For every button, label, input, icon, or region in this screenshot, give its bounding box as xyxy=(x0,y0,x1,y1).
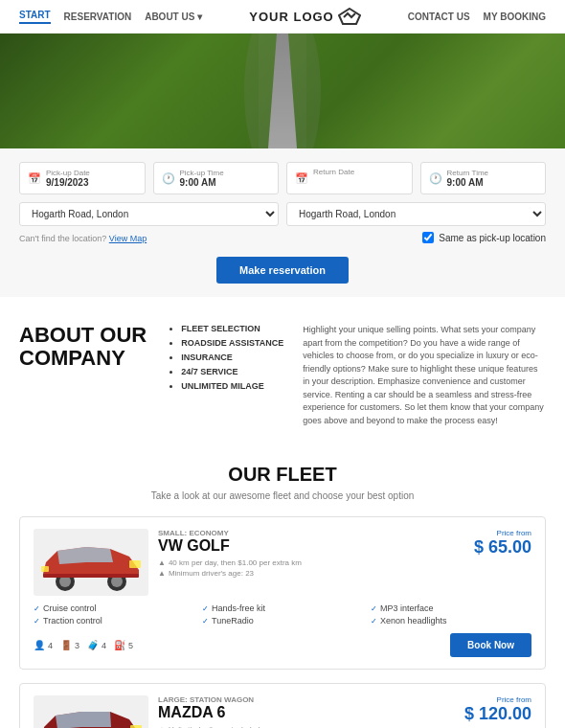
car-category-mazda: LARGE: STATION WAGON xyxy=(158,695,455,704)
book-button-vw[interactable]: Book Now xyxy=(450,633,531,657)
car-features-vw: ✓Cruise control ✓Hands-free kit ✓MP3 int… xyxy=(34,603,531,626)
bag-icon: 🧳 xyxy=(87,640,99,650)
fleet-title: OUR FLEET xyxy=(19,464,546,486)
svg-rect-8 xyxy=(43,574,139,578)
return-time-field[interactable]: 🕐 Return Time 9:00 AM xyxy=(420,162,547,194)
return-date-value xyxy=(313,176,404,189)
car-name-vw: VW GOLF xyxy=(158,537,464,555)
svg-rect-3 xyxy=(259,34,306,148)
nav-links: START RESERVATION ABOUT US ▾ xyxy=(19,10,202,24)
navbar: START RESERVATION ABOUT US ▾ YOUR LOGO C… xyxy=(0,0,565,34)
pickup-time-value: 9:00 AM xyxy=(180,177,271,188)
logo-text: YOUR LOGO xyxy=(249,10,333,24)
car-stats-vw: 👤 4 🚪 3 🧳 4 ⛽ 5 xyxy=(34,640,133,650)
feature-roadside: ROADSIDE ASSISTANCE xyxy=(181,338,283,348)
svg-rect-9 xyxy=(129,560,141,568)
nav-reservation[interactable]: RESERVATION xyxy=(64,11,132,22)
about-title: ABOUT OURCOMPANY xyxy=(19,324,147,370)
feature-insurance: INSURANCE xyxy=(181,353,283,362)
view-map-link[interactable]: View Map xyxy=(109,234,147,243)
dropoff-location-select[interactable]: Hogarth Road, London xyxy=(286,202,546,226)
car-price-vw: Price from $ 65.00 xyxy=(474,529,531,557)
location-row: Hogarth Road, London Hogarth Road, Londo… xyxy=(19,202,546,226)
return-date-label: Return Date xyxy=(313,168,404,176)
door-icon: 🚪 xyxy=(60,640,72,650)
car-card-vw-golf: SMALL: ECONOMY VW GOLF ▲40 km per day, t… xyxy=(19,516,546,670)
svg-rect-10 xyxy=(41,566,49,572)
car-name-mazda: MAZDA 6 xyxy=(158,704,455,721)
nav-links-right: CONTACT US MY BOOKING xyxy=(408,11,546,22)
same-location-checkbox[interactable] xyxy=(422,232,434,243)
nav-contact[interactable]: CONTACT US xyxy=(408,11,470,22)
booking-form: 📅 Pick-up Date 9/19/2023 🕐 Pick-up Time … xyxy=(0,148,565,297)
clock-return-icon: 🕐 xyxy=(429,172,442,185)
pickup-date-field[interactable]: 📅 Pick-up Date 9/19/2023 xyxy=(19,162,146,194)
fuel-icon: ⛽ xyxy=(114,640,125,650)
calendar-return-icon: 📅 xyxy=(295,172,308,185)
logo: YOUR LOGO xyxy=(249,8,360,25)
nav-start[interactable]: START xyxy=(19,10,51,24)
calendar-icon: 📅 xyxy=(28,172,41,185)
car-category-vw: SMALL: ECONOMY xyxy=(158,529,464,537)
about-description: Highlight your unique selling points. Wh… xyxy=(303,324,546,427)
nav-about[interactable]: ABOUT US ▾ xyxy=(145,11,202,22)
fleet-section: OUR FLEET Take a look at our awesome fle… xyxy=(0,454,565,728)
return-time-label: Return Time xyxy=(447,169,538,177)
feature-fleet: FLEET SELECTION xyxy=(181,324,283,333)
feature-service: 24/7 SERVICE xyxy=(181,367,283,376)
logo-icon xyxy=(338,8,361,25)
car-price-mazda: Price from $ 120.00 xyxy=(464,695,531,724)
same-location-row: Same as pick-up location xyxy=(422,232,546,243)
return-date-field[interactable]: 📅 Return Date xyxy=(286,162,413,194)
hero-image xyxy=(0,34,565,148)
car-notes-vw: ▲40 km per day, then $1.00 per extra km … xyxy=(158,558,464,578)
car-image-vw-golf xyxy=(34,529,148,596)
cant-find-text: Can't find the location? View Map xyxy=(19,234,147,243)
about-features-list: FLEET SELECTION ROADSIDE ASSISTANCE INSU… xyxy=(166,324,283,396)
car-svg-mazda6 xyxy=(38,700,144,728)
reserve-button[interactable]: Make reservation xyxy=(216,257,349,284)
date-time-row: 📅 Pick-up Date 9/19/2023 🕐 Pick-up Time … xyxy=(19,162,546,194)
fleet-subtitle: Take a look at our awesome fleet and cho… xyxy=(19,490,546,501)
hero-decoration xyxy=(0,34,565,148)
car-card-mazda6: LARGE: STATION WAGON MAZDA 6 ▲Unlimited … xyxy=(19,683,546,728)
clock-icon: 🕐 xyxy=(162,172,175,185)
return-time-value: 9:00 AM xyxy=(447,177,538,188)
pickup-date-value: 9/19/2023 xyxy=(46,177,137,188)
same-location-label: Same as pick-up location xyxy=(439,233,546,243)
pickup-location-select[interactable]: Hogarth Road, London xyxy=(19,202,279,226)
car-image-mazda6 xyxy=(34,695,148,728)
car-svg-vw-golf xyxy=(38,534,144,591)
person-icon: 👤 xyxy=(34,640,45,650)
about-section: ABOUT OURCOMPANY FLEET SELECTION ROADSID… xyxy=(0,297,565,454)
pickup-time-label: Pick-up Time xyxy=(180,169,271,177)
pickup-time-field[interactable]: 🕐 Pick-up Time 9:00 AM xyxy=(153,162,280,194)
feature-mileage: UNLIMITED MILAGE xyxy=(181,381,283,391)
pickup-date-label: Pick-up Date xyxy=(46,169,137,177)
nav-mybooking[interactable]: MY BOOKING xyxy=(484,11,546,22)
